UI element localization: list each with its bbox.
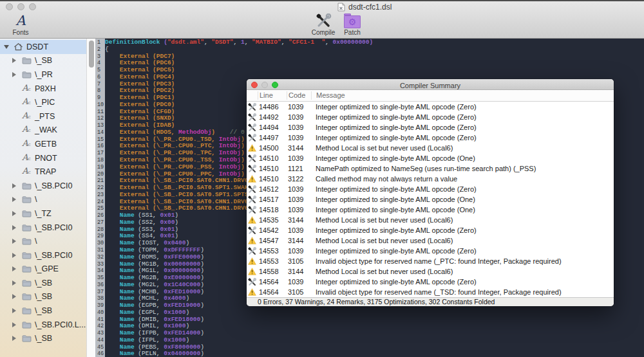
- column-header-code[interactable]: Code: [287, 91, 311, 100]
- compiler-row[interactable]: 145353144Method Local is set but never u…: [247, 215, 614, 225]
- code-line: 1DefinitionBlock ("dsdt.aml", "DSDT", 1,…: [95, 39, 644, 46]
- compiler-row[interactable]: 144861039Integer optimized to single-byt…: [247, 102, 614, 112]
- compiler-close-button[interactable]: [251, 82, 258, 88]
- disclosure-right-icon[interactable]: [12, 322, 16, 327]
- sidebar-item-sb[interactable]: \_SB: [0, 331, 86, 345]
- sidebar-item-wak[interactable]: Ac_WAK: [0, 124, 86, 138]
- row-code: 1039: [287, 103, 311, 111]
- folder-icon: [21, 251, 32, 260]
- sidebar-item-sb[interactable]: \_SB: [0, 54, 86, 68]
- patch-icon: ⚙: [344, 15, 361, 28]
- line-number: 8: [95, 87, 105, 95]
- disclosure-right-icon[interactable]: [12, 294, 16, 299]
- disclosure-down-icon[interactable]: [4, 45, 9, 49]
- fonts-button[interactable]: A Fonts: [8, 14, 33, 36]
- compiler-row[interactable]: 144941039Integer optimized to single-byt…: [247, 122, 614, 133]
- disclosure-right-icon[interactable]: [12, 253, 16, 258]
- line-number: 19: [95, 164, 105, 171]
- sidebar-item-sb[interactable]: \_SB: [0, 276, 86, 290]
- sidebar-item-root[interactable]: \: [0, 234, 86, 248]
- sidebar-scrollbar-thumb[interactable]: [89, 41, 94, 68]
- row-message: Integer optimized to single-byte AML opc…: [311, 103, 614, 111]
- compiler-row[interactable]: 145533105Invalid object type for reserve…: [247, 256, 614, 266]
- sidebar-item-dsdt[interactable]: DSDT: [0, 40, 86, 54]
- sidebar-item-sb-pci0[interactable]: \_SB.PCI0: [0, 221, 86, 235]
- sidebar-scrollbar[interactable]: [86, 39, 95, 357]
- sidebar-item-pnot[interactable]: AcPNOT: [0, 151, 86, 165]
- column-header-message[interactable]: Message: [311, 91, 614, 100]
- compiler-row[interactable]: 144971039Integer optimized to single-byt…: [247, 133, 614, 143]
- compiler-row[interactable]: 145641039Integer optimized to single-byt…: [247, 277, 614, 287]
- column-header-line[interactable]: Line: [258, 91, 287, 100]
- compiler-row[interactable]: 145101039Integer optimized to single-byt…: [247, 153, 614, 163]
- row-line-number: 14492: [258, 113, 287, 121]
- line-number: 43: [95, 330, 105, 337]
- sidebar-item-sb-pci0[interactable]: \_SB.PCI0: [0, 179, 86, 193]
- folder-icon: [21, 181, 32, 190]
- sidebar-item-label: \_GPE: [35, 264, 59, 273]
- sidebar-item-sb-pci0[interactable]: \_SB.PCI0: [0, 248, 86, 262]
- compiler-row[interactable]: 144921039Integer optimized to single-byt…: [247, 112, 614, 122]
- disclosure-right-icon[interactable]: [12, 280, 16, 286]
- compiler-row[interactable]: 145583144Method Local is set but never u…: [247, 266, 614, 277]
- row-message: NamePath optimized to NameSeg (uses run-…: [311, 165, 614, 172]
- compiler-row[interactable]: 145103122Called method may not always re…: [247, 174, 614, 184]
- disclosure-right-icon[interactable]: [12, 225, 16, 230]
- compiler-row[interactable]: 145181039Integer optimized to single-byt…: [247, 205, 614, 215]
- compiler-row[interactable]: 145643105Invalid object type for reserve…: [247, 287, 614, 297]
- sidebar-item-sb-pci0-l[interactable]: \_SB.PCI0.L...: [0, 318, 86, 332]
- method-icon: Ac: [21, 167, 32, 176]
- compiler-table-body: 144861039Integer optimized to single-byt…: [247, 102, 614, 297]
- sidebar-item-sb[interactable]: \_SB: [0, 290, 86, 304]
- compiler-minimize-button[interactable]: [261, 82, 268, 88]
- row-line-number: 14535: [258, 216, 287, 224]
- warning-icon: [247, 257, 258, 265]
- disclosure-right-icon[interactable]: [12, 336, 16, 341]
- sidebar-item-root[interactable]: \: [0, 193, 86, 207]
- line-number: 6: [95, 74, 105, 81]
- disclosure-right-icon[interactable]: [12, 58, 16, 63]
- compile-button[interactable]: Compile: [308, 14, 338, 36]
- compiler-row[interactable]: 145531039Integer optimized to single-byt…: [247, 246, 614, 256]
- zoom-button[interactable]: [29, 3, 36, 10]
- sidebar-item-pic[interactable]: Ac\_PIC: [0, 95, 86, 109]
- disclosure-right-icon[interactable]: [12, 239, 16, 244]
- row-message: Called method may not always return a va…: [311, 175, 614, 183]
- sidebar-item-gpe[interactable]: \_GPE: [0, 262, 86, 277]
- sidebar-item-label: \_SB.PCI0.L...: [35, 320, 86, 329]
- disclosure-right-icon[interactable]: [12, 308, 16, 313]
- compiler-zoom-button[interactable]: [272, 82, 278, 88]
- sidebar-item-getb[interactable]: AcGETB: [0, 137, 86, 151]
- compiler-row[interactable]: 145121039Integer optimized to single-byt…: [247, 184, 614, 194]
- disclosure-right-icon[interactable]: [12, 211, 16, 216]
- compiler-row[interactable]: 145101121NamePath optimized to NameSeg (…: [247, 163, 614, 174]
- line-number: 15: [95, 136, 105, 143]
- sidebar-item-trap[interactable]: AcTRAP: [0, 165, 86, 179]
- sidebar-item-pr[interactable]: \_PR: [0, 68, 86, 82]
- disclosure-right-icon[interactable]: [12, 197, 16, 202]
- row-line-number: 14494: [258, 124, 287, 131]
- compiler-row[interactable]: 145171039Integer optimized to single-byt…: [247, 194, 614, 205]
- sidebar-item-pts[interactable]: Ac_PTS: [0, 109, 86, 124]
- disclosure-right-icon[interactable]: [12, 72, 16, 77]
- sidebar-item-tz[interactable]: \_TZ: [0, 206, 86, 221]
- sidebar-item-p8xh[interactable]: AcP8XH: [0, 82, 86, 96]
- method-icon: Ac: [21, 98, 32, 107]
- patch-button[interactable]: ⚙ Patch: [340, 14, 365, 36]
- minimize-button[interactable]: [17, 3, 24, 10]
- sidebar-item-label: P8XH: [35, 84, 56, 93]
- line-number: 14: [95, 129, 105, 136]
- compiler-row[interactable]: 145421039Integer optimized to single-byt…: [247, 225, 614, 235]
- row-line-number: 14500: [258, 144, 287, 152]
- sidebar-item-sb[interactable]: \_SB: [0, 304, 86, 318]
- compiler-row[interactable]: 145003144Method Local is set but never u…: [247, 143, 614, 153]
- disclosure-right-icon[interactable]: [12, 183, 16, 188]
- document-proxy-icon[interactable]: [337, 3, 345, 12]
- line-number: 30: [95, 240, 105, 247]
- compiler-titlebar[interactable]: Compiler Summary: [247, 79, 614, 90]
- disclosure-right-icon[interactable]: [12, 266, 16, 271]
- compile-icon: [315, 14, 332, 28]
- close-button[interactable]: [6, 3, 13, 10]
- compiler-row[interactable]: 145473144Method Local is set but never u…: [247, 235, 614, 246]
- line-number: 4: [95, 60, 105, 67]
